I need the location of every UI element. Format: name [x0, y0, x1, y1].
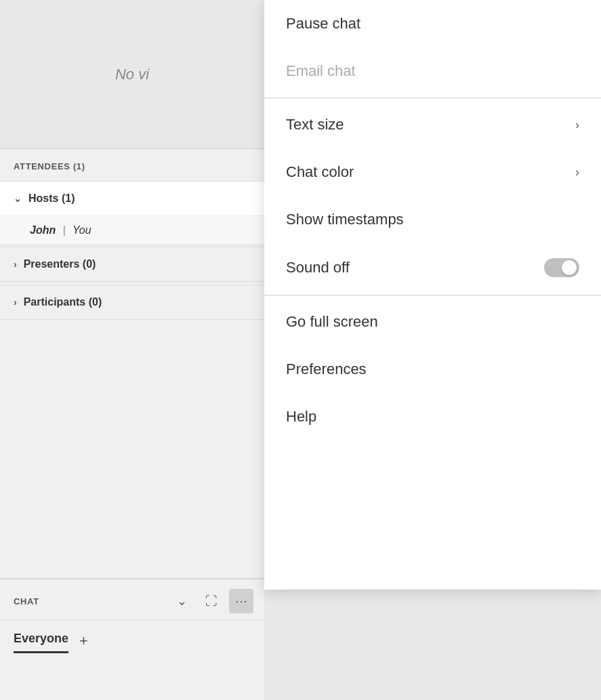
participants-label: Participants (0) [24, 296, 102, 308]
presenters-chevron-right-icon: › [14, 259, 17, 270]
participants-group: › Participants (0) [0, 285, 264, 320]
chat-fullscreen-button[interactable]: ⛶ [199, 589, 224, 613]
menu-item-show-timestamps-label: Show timestamps [286, 211, 404, 228]
menu-divider-2 [264, 295, 601, 295]
attendees-header: ATTENDEES (1) [0, 149, 264, 181]
menu-item-preferences[interactable]: Preferences [264, 346, 601, 393]
menu-item-pause-chat-label: Pause chat [286, 15, 360, 33]
hosts-chevron-down-icon: ⌄ [14, 193, 22, 204]
menu-item-sound-off-label: Sound off [286, 259, 350, 276]
host-item: John | You [0, 215, 264, 245]
chat-header: CHAT ⌄ ⛶ ⋯ [0, 579, 264, 621]
sound-off-toggle[interactable] [544, 258, 579, 277]
menu-item-go-full-screen-label: Go full screen [286, 313, 378, 331]
menu-item-text-size-label: Text size [286, 116, 344, 133]
hosts-group-header[interactable]: ⌄ Hosts (1) [0, 182, 264, 215]
menu-item-help[interactable]: Help [264, 393, 601, 440]
menu-item-show-timestamps[interactable]: Show timestamps [264, 196, 601, 243]
chat-tabs: Everyone + [0, 621, 264, 653]
fullscreen-icon: ⛶ [205, 594, 217, 609]
menu-item-go-full-screen[interactable]: Go full screen [264, 298, 601, 346]
participants-group-header[interactable]: › Participants (0) [0, 285, 264, 319]
chat-controls: ⌄ ⛶ ⋯ [169, 589, 253, 613]
hosts-group: ⌄ Hosts (1) John | You [0, 181, 264, 245]
no-video-label: No vi [115, 66, 149, 83]
menu-item-chat-color[interactable]: Chat color › [264, 148, 601, 196]
text-size-chevron-right-icon: › [575, 118, 579, 132]
chat-collapse-button[interactable]: ⌄ [169, 589, 194, 613]
menu-item-email-chat-label: Email chat [286, 62, 356, 80]
chat-tab-add-button[interactable]: + [79, 632, 88, 653]
top-bar: No vi [0, 0, 264, 149]
menu-item-pause-chat[interactable]: Pause chat [264, 0, 601, 47]
presenters-label: Presenters (0) [24, 258, 96, 270]
menu-item-email-chat: Email chat [264, 47, 601, 95]
more-icon: ⋯ [235, 594, 247, 609]
host-separator: | [63, 224, 66, 236]
chat-color-chevron-right-icon: › [575, 165, 579, 180]
menu-item-text-size[interactable]: Text size › [264, 101, 601, 148]
chevron-down-icon: ⌄ [177, 594, 187, 609]
menu-item-sound-off[interactable]: Sound off [264, 243, 601, 292]
toggle-knob [562, 260, 577, 275]
participants-chevron-right-icon: › [14, 297, 17, 308]
chat-more-button[interactable]: ⋯ [229, 589, 253, 613]
right-panel-background [264, 590, 601, 700]
chat-section: CHAT ⌄ ⛶ ⋯ Everyone + [0, 578, 264, 700]
chat-tab-everyone[interactable]: Everyone [14, 632, 68, 653]
host-you-label: You [72, 224, 91, 236]
left-panel: No vi ATTENDEES (1) ⌄ Hosts (1) John | Y… [0, 0, 264, 700]
host-name: John [30, 224, 56, 236]
menu-item-chat-color-label: Chat color [286, 163, 354, 181]
menu-item-preferences-label: Preferences [286, 361, 367, 378]
presenters-group-header[interactable]: › Presenters (0) [0, 247, 264, 281]
menu-divider-1 [264, 98, 601, 98]
chat-label: CHAT [14, 596, 39, 606]
context-menu: Pause chat Email chat Text size › Chat c… [264, 0, 601, 590]
menu-item-help-label: Help [286, 408, 316, 426]
presenters-group: › Presenters (0) [0, 247, 264, 282]
hosts-label: Hosts (1) [28, 192, 75, 205]
